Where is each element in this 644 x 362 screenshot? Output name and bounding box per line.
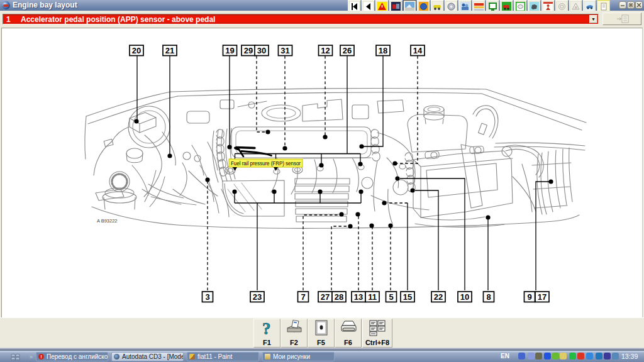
svg-text:29: 29 — [244, 46, 253, 55]
svg-text:22: 22 — [434, 292, 443, 302]
svg-text:19: 19 — [225, 46, 234, 55]
svg-text:31: 31 — [280, 46, 289, 55]
svg-text:5: 5 — [389, 292, 393, 302]
svg-text:A B93222: A B93222 — [97, 218, 118, 224]
svg-text:11: 11 — [368, 292, 377, 302]
svg-text:?: ? — [262, 319, 271, 337]
svg-text:12: 12 — [321, 46, 330, 55]
svg-text:17: 17 — [538, 292, 547, 302]
svg-text:26: 26 — [343, 46, 352, 55]
svg-text:21: 21 — [165, 46, 174, 55]
svg-text:18: 18 — [379, 46, 387, 55]
svg-text:Fuel rail pressure (FRP) senso: Fuel rail pressure (FRP) sensor — [231, 160, 301, 167]
svg-text:A: A — [575, 6, 578, 9]
svg-text:13: 13 — [354, 292, 363, 302]
svg-text:7: 7 — [301, 292, 305, 302]
svg-text:14: 14 — [413, 46, 423, 55]
svg-text:30: 30 — [257, 46, 266, 55]
svg-text:3: 3 — [205, 292, 209, 302]
svg-text:9: 9 — [527, 292, 531, 302]
svg-text:8: 8 — [486, 292, 491, 302]
svg-text:28: 28 — [335, 292, 343, 302]
svg-text:27: 27 — [321, 292, 330, 302]
svg-text:23: 23 — [253, 292, 262, 302]
svg-text:20: 20 — [132, 46, 141, 55]
svg-text:15: 15 — [403, 292, 412, 302]
svg-text:10: 10 — [460, 292, 469, 302]
